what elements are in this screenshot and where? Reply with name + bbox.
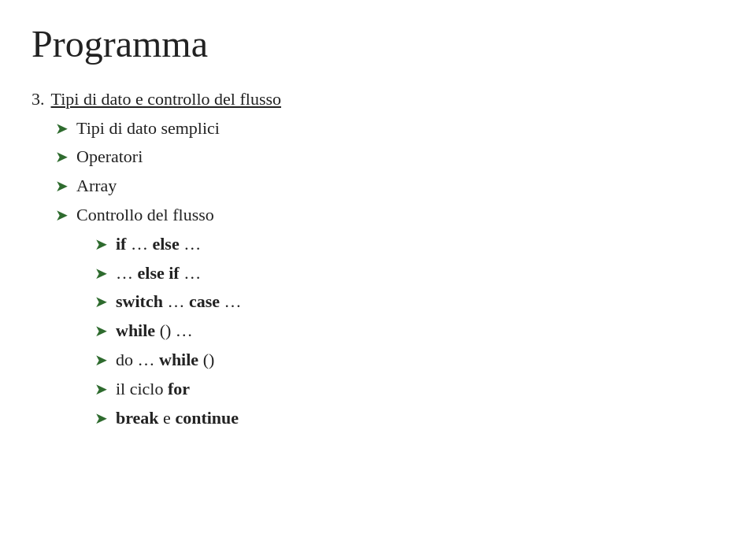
section-title: Tipi di dato e controllo del flusso (51, 87, 282, 112)
else-if-text: … else if … (116, 261, 201, 286)
page: Programma 3. Tipi di dato e controllo de… (0, 0, 756, 541)
break-bold: break (116, 408, 159, 428)
switch-case-text: switch … case … (116, 290, 241, 314)
tipi-label: Tipi di dato semplici (76, 117, 220, 141)
else-if-bold: else if (138, 263, 180, 283)
if-else-text: if … else … (116, 232, 201, 257)
case-bold: case (189, 291, 220, 311)
do-while-text: do … while () (116, 348, 214, 372)
while-bold: while (116, 321, 155, 340)
arrow-icon-break-continue: ➤ (94, 406, 108, 430)
list-item-for: ➤ il ciclo for (94, 377, 724, 402)
list-item-tipi: ➤ Tipi di dato semplici (55, 117, 724, 141)
arrow-icon-switch-case: ➤ (94, 290, 108, 313)
arrow-icon-for: ➤ (94, 377, 108, 401)
switch-bold: switch (116, 291, 163, 311)
arrow-icon-else-if: ➤ (94, 261, 108, 285)
arrow-icon-tipi: ➤ (55, 117, 69, 140)
operatori-label: Operatori (76, 145, 143, 169)
continue-bold: continue (175, 408, 239, 428)
list-item-section: 3. Tipi di dato e controllo del flusso (32, 87, 724, 112)
do-while-bold: while (159, 350, 198, 369)
array-label: Array (76, 174, 117, 198)
section-number: 3. (32, 87, 45, 112)
list-item-array: ➤ Array (55, 174, 724, 198)
arrow-icon-operatori: ➤ (55, 145, 69, 169)
main-list: 3. Tipi di dato e controllo del flusso ➤… (32, 87, 724, 431)
list-item-operatori: ➤ Operatori (55, 145, 724, 169)
list-item-else-if: ➤ … else if … (94, 261, 724, 286)
list-item-controllo: ➤ Controllo del flusso (55, 203, 724, 228)
list-item-while: ➤ while () … (94, 319, 724, 343)
page-title: Programma (32, 24, 724, 65)
list-item-if-else: ➤ if … else … (94, 232, 724, 257)
section-title-text: Tipi di dato e controllo del flusso (51, 89, 282, 109)
list-item-switch-case: ➤ switch … case … (94, 290, 724, 314)
else-bold: else (152, 234, 179, 254)
while-text: while () … (116, 319, 193, 343)
list-item-break-continue: ➤ break e continue (94, 406, 724, 431)
arrow-icon-do-while: ➤ (94, 348, 108, 372)
break-continue-text: break e continue (116, 406, 239, 431)
arrow-icon-controllo: ➤ (55, 203, 69, 227)
list-item-do-while: ➤ do … while () (94, 348, 724, 372)
arrow-icon-if-else: ➤ (94, 232, 108, 256)
for-bold: for (168, 379, 190, 398)
if-bold: if (116, 234, 126, 254)
controllo-label: Controllo del flusso (76, 203, 214, 228)
arrow-icon-while: ➤ (94, 319, 108, 343)
for-text: il ciclo for (116, 377, 190, 402)
arrow-icon-array: ➤ (55, 174, 69, 198)
